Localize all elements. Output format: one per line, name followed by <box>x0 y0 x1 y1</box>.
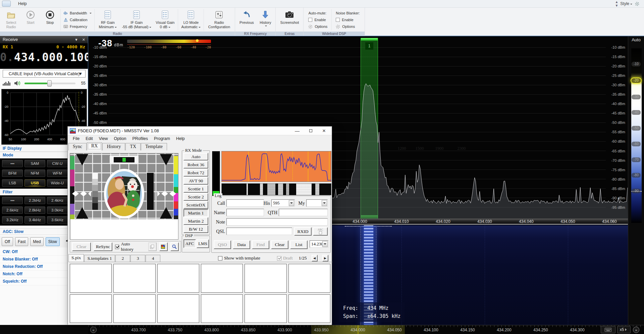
mode-button[interactable]: SAM <box>24 160 45 167</box>
palette-label[interactable]: -70 <box>632 157 640 162</box>
rx-mode-button[interactable]: B/W 12 <box>183 225 208 233</box>
palette-label[interactable]: -10 <box>632 62 640 66</box>
mmsstv-tab[interactable]: RX <box>87 142 102 150</box>
thumbnail-slot[interactable] <box>113 294 155 323</box>
mode-button[interactable]: NFM <box>24 170 45 177</box>
lms-button[interactable]: LMS <box>197 239 209 248</box>
volume-slider[interactable] <box>24 83 76 84</box>
radio-configuration-button[interactable]: RadioConfiguration <box>205 9 233 31</box>
mode-button[interactable]: ••• <box>2 160 23 167</box>
mode-button[interactable]: LSB <box>2 179 23 187</box>
menu-item[interactable]: Program <box>151 135 173 142</box>
start-button[interactable]: Start <box>21 9 40 31</box>
my-select[interactable] <box>306 199 328 207</box>
bandwidth-button[interactable]: Bandwidth <box>63 10 92 16</box>
magnifier-button[interactable] <box>170 242 179 251</box>
rxid-button[interactable]: RXID <box>294 227 312 236</box>
screenshot-button[interactable]: Screenshot <box>277 9 302 31</box>
visual-gain-button[interactable]: Visual Gain0 dB <box>153 9 177 31</box>
thumbnail-slot[interactable] <box>157 294 199 323</box>
mmsstv-window[interactable]: F5OEO (F5OEO.MDT) - MMSSTV Ver 1.08 — × … <box>67 126 332 325</box>
noise-blanker-enable[interactable]: Enable <box>336 17 360 22</box>
filter-button[interactable]: 2.8kHz <box>24 206 45 214</box>
rx-mode-button[interactable]: Martin 2 <box>183 217 208 225</box>
thumbnail-slot[interactable] <box>288 294 330 323</box>
template-tab[interactable]: S.pix <box>68 254 84 262</box>
filter-button[interactable]: 3.4kHz <box>24 216 45 224</box>
thumbnail-slot[interactable] <box>157 264 199 293</box>
rx-mode-button[interactable]: Martin 1 <box>183 209 208 217</box>
close-button[interactable]: × <box>318 127 330 135</box>
style-updown-icon[interactable]: ▲▼ <box>615 0 618 7</box>
clear-button[interactable]: Clear <box>72 242 91 251</box>
zoom-selector[interactable]: x5 <box>617 326 631 333</box>
template-tab[interactable]: S.templates 1 <box>84 255 115 262</box>
abc-button[interactable]: ABC <box>313 227 328 236</box>
audio-device-select[interactable]: CABLE Input (VB-Audio Virtual Cable) ▼ <box>3 70 86 78</box>
app-menu-button[interactable] <box>2 1 11 7</box>
palette-auto-button[interactable]: Auto <box>628 37 644 42</box>
mode-button[interactable]: WFM <box>47 170 68 177</box>
mmsstv-tab[interactable]: History <box>102 143 125 150</box>
palette-label[interactable]: -40 <box>632 110 640 115</box>
filter-button[interactable]: 3.0kHz <box>47 206 68 214</box>
noise-blanker-options[interactable]: Options <box>336 24 360 29</box>
filter-button[interactable]: 2.2kHz <box>24 197 45 204</box>
mmsstv-tab[interactable]: Template <box>141 143 167 150</box>
his-select[interactable]: 595 <box>271 199 295 207</box>
log-button[interactable]: Find <box>252 240 269 249</box>
log-button[interactable]: List <box>290 240 308 249</box>
resync-button[interactable]: ReSync <box>94 242 112 251</box>
rx-mode-button[interactable]: Scottie 1 <box>183 185 208 193</box>
checkbox-icon[interactable] <box>336 18 340 22</box>
filter-button[interactable]: 3.6kHz <box>47 216 68 224</box>
name-field[interactable] <box>226 209 264 216</box>
mmsstv-titlebar[interactable]: F5OEO (F5OEO.MDT) - MMSSTV Ver 1.08 — × <box>68 127 332 135</box>
agc-button[interactable]: Off <box>2 237 13 246</box>
volume-slider-handle[interactable] <box>47 80 52 87</box>
previous-button[interactable]: Previous <box>236 9 257 31</box>
mode-button[interactable]: BFM <box>2 170 23 177</box>
pan-left-button[interactable]: « <box>90 327 97 333</box>
image-button[interactable] <box>159 242 168 251</box>
mmsstv-tab[interactable]: TX <box>125 143 141 150</box>
checkbox-icon[interactable] <box>308 18 312 22</box>
draft-checkbox[interactable]: Draft <box>277 255 292 261</box>
if-gain-button[interactable]: IF Gain-55 dB (Manual) <box>120 9 153 31</box>
thumbnail-slot[interactable] <box>245 264 286 293</box>
stop-button[interactable]: Stop <box>40 9 60 31</box>
filter-button[interactable]: 3.2kHz <box>2 216 23 224</box>
copy-button[interactable] <box>148 242 157 251</box>
afc-button[interactable]: AFC <box>183 239 196 248</box>
rx-mode-button[interactable]: ScottieDX <box>183 201 208 209</box>
palette-label[interactable]: -60 <box>632 142 640 146</box>
mode-button[interactable]: USB <box>24 179 45 187</box>
agc-button[interactable]: Med <box>30 237 43 246</box>
palette-label[interactable]: -30 <box>632 95 640 99</box>
auto-history-checkbox[interactable]: Auto history <box>115 241 143 252</box>
filter-button[interactable]: 2.6kHz <box>2 206 23 214</box>
qth-field[interactable] <box>279 209 328 216</box>
thumbnail-slot[interactable] <box>245 294 286 323</box>
filter-button[interactable]: ••• <box>2 197 23 204</box>
log-frequency-select[interactable]: 14.230 <box>310 240 328 248</box>
call-field[interactable] <box>226 199 264 207</box>
palette-label[interactable]: -80 <box>632 173 640 178</box>
panel-close-icon[interactable]: ✕ <box>82 38 85 42</box>
menu-item[interactable]: Edit <box>83 135 96 142</box>
template-tab[interactable]: 3 <box>130 255 145 262</box>
lo-mode-button[interactable]: LO ModeAutomatic <box>179 9 203 31</box>
qsl-field[interactable] <box>226 228 292 235</box>
rx-mode-button[interactable]: Robot 36 <box>183 161 208 169</box>
thumbnail-slot[interactable] <box>201 294 243 323</box>
page-prev-button[interactable]: ◀ <box>312 255 318 261</box>
sstv-spectrum[interactable]: 1200150019002300 <box>221 151 331 182</box>
history-button[interactable]: History <box>257 9 274 31</box>
log-button[interactable]: Clear <box>271 240 288 249</box>
select-radio-button[interactable]: SelectRadio <box>1 9 21 31</box>
agc-button[interactable]: Slow <box>46 237 60 246</box>
minimize-button[interactable]: — <box>291 127 303 135</box>
thumbnail-slot[interactable] <box>70 294 112 323</box>
band-navigator[interactable]: 433.700433.750433.800433.850433.900433.9… <box>88 325 644 334</box>
auto-mute-enable[interactable]: Enable <box>308 17 327 22</box>
